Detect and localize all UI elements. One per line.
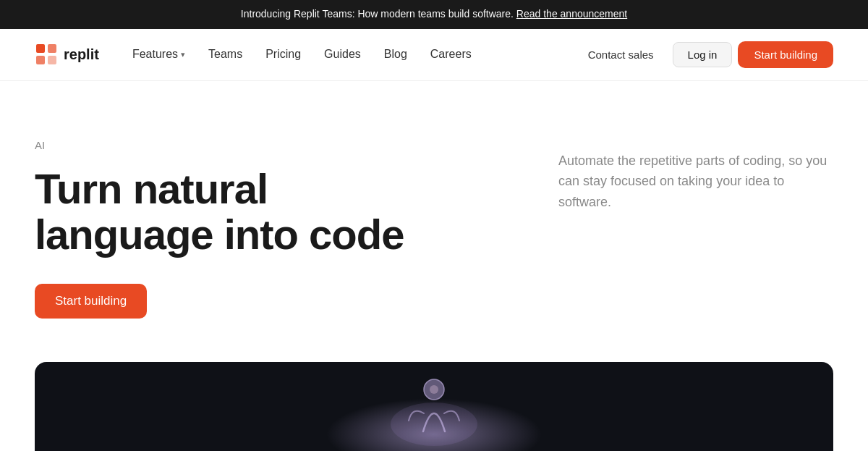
nav-item-features[interactable]: Features ▾ bbox=[122, 42, 195, 67]
logo-text: replit bbox=[64, 46, 99, 63]
demo-figure bbox=[376, 366, 492, 451]
svg-rect-0 bbox=[36, 44, 45, 53]
hero-section: AI Turn natural language into code Start… bbox=[0, 81, 868, 363]
nav-item-guides[interactable]: Guides bbox=[314, 42, 371, 67]
svg-point-6 bbox=[430, 385, 438, 394]
svg-rect-3 bbox=[48, 56, 56, 64]
nav-item-pricing[interactable]: Pricing bbox=[255, 42, 311, 67]
logo-link[interactable]: replit bbox=[35, 43, 99, 66]
hero-title: Turn natural language into code bbox=[35, 166, 440, 258]
contact-sales-button[interactable]: Contact sales bbox=[575, 43, 667, 67]
hero-content-left: AI Turn natural language into code Start… bbox=[35, 139, 440, 319]
nav-item-careers[interactable]: Careers bbox=[420, 42, 482, 67]
nav-actions: Contact sales Log in Start building bbox=[575, 41, 833, 68]
start-building-nav-button[interactable]: Start building bbox=[738, 41, 833, 68]
hero-description: Automate the repetitive parts of coding,… bbox=[558, 151, 833, 213]
features-chevron-icon: ▾ bbox=[181, 50, 185, 59]
login-button[interactable]: Log in bbox=[673, 42, 733, 67]
svg-point-4 bbox=[391, 402, 477, 446]
announcement-text: Introducing Replit Teams: How modern tea… bbox=[241, 8, 514, 20]
announcement-bar: Introducing Replit Teams: How modern tea… bbox=[0, 0, 868, 29]
hero-label: AI bbox=[35, 139, 440, 151]
hero-content-right: Automate the repetitive parts of coding,… bbox=[558, 139, 833, 213]
start-building-hero-button[interactable]: Start building bbox=[35, 284, 147, 319]
nav-links: Features ▾ Teams Pricing Guides Blog Car… bbox=[122, 42, 575, 67]
replit-logo-icon bbox=[35, 43, 58, 66]
demo-illustration bbox=[376, 366, 492, 446]
demo-section bbox=[35, 362, 833, 451]
nav-item-teams[interactable]: Teams bbox=[198, 42, 252, 67]
announcement-link[interactable]: Read the announcement bbox=[516, 8, 627, 20]
navbar: replit Features ▾ Teams Pricing Guides B… bbox=[0, 29, 868, 81]
nav-item-blog[interactable]: Blog bbox=[374, 42, 417, 67]
svg-rect-1 bbox=[48, 44, 56, 53]
svg-rect-2 bbox=[36, 56, 45, 64]
